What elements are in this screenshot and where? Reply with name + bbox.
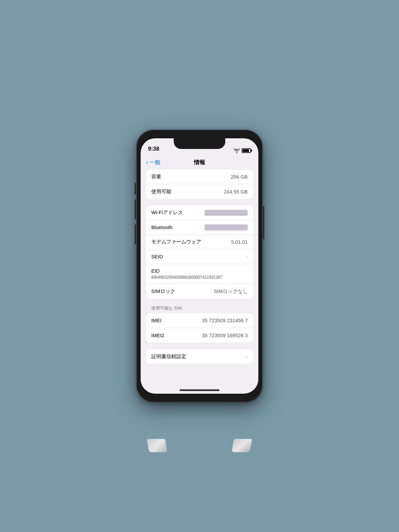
sim-lock-value: SIMロックなし <box>214 288 248 295</box>
available-label: 使用可能 <box>151 189 171 195</box>
stand-right <box>231 439 252 452</box>
nav-bar: ‹ 一般 情報 <box>141 155 258 170</box>
imei-label: IMEI <box>151 318 162 323</box>
sim-section: IMEI 35 723509 231456 7 IMEI2 35 723509 … <box>146 313 253 342</box>
back-chevron-icon: ‹ <box>146 159 148 165</box>
capacity-label: 容量 <box>151 174 161 180</box>
back-button[interactable]: ‹ 一般 <box>146 159 161 166</box>
imei2-label: IMEI2 <box>151 332 164 338</box>
eid-label: EID <box>151 268 248 274</box>
seid-row[interactable]: SEID › <box>146 249 253 264</box>
back-label: 一般 <box>149 159 161 166</box>
content-area[interactable]: 容量 256 GB 使用可能 244.55 GB Wi-Fiアドレス <box>141 170 258 382</box>
silent-switch <box>135 183 136 195</box>
scene: 9:38 ‹ 一般 <box>130 83 269 449</box>
sim-section-header: 使用可能な SIM <box>151 305 248 311</box>
table-row: 使用可能 244.55 GB <box>146 184 253 199</box>
available-value: 244.55 GB <box>224 189 248 195</box>
screen: 9:38 ‹ 一般 <box>141 138 258 394</box>
table-row: Bluetooth <box>146 220 253 235</box>
imei-value: 35 723509 231456 7 <box>202 318 248 323</box>
wifi-address-value <box>204 210 248 216</box>
capacity-value: 256 GB <box>231 174 248 180</box>
sim-lock-row: SIMロック SIMロックなし <box>146 284 253 299</box>
volume-down-button <box>135 224 136 244</box>
page-title: 情報 <box>194 159 205 166</box>
wifi-icon <box>234 149 240 153</box>
wifi-address-label: Wi-Fiアドレス <box>151 209 183 216</box>
table-row: Wi-Fiアドレス <box>146 205 253 220</box>
table-row: モデムファームウェア 5.01.01 <box>146 235 253 249</box>
volume-up-button <box>135 200 136 219</box>
status-icons <box>234 148 251 153</box>
seid-label: SEID <box>151 254 163 259</box>
eid-row: EID 89049032004008882600007411931387 <box>146 264 253 284</box>
power-button <box>263 206 264 239</box>
imei-row: IMEI 35 723509 231456 7 <box>146 313 253 328</box>
table-row: 容量 256 GB <box>146 170 253 184</box>
seid-chevron-icon: › <box>246 254 248 260</box>
cert-section: 証明書信頼設定 › <box>146 349 253 364</box>
imei2-value: 35 723509 169526 3 <box>202 332 248 338</box>
storage-section: 容量 256 GB 使用可能 244.55 GB <box>146 170 253 199</box>
stand-left <box>147 439 167 452</box>
network-section: Wi-Fiアドレス Bluetooth モデムファームウェア 5.01.01 S… <box>146 205 253 299</box>
home-indicator <box>180 389 219 391</box>
bluetooth-label: Bluetooth <box>151 224 172 230</box>
bluetooth-value <box>204 224 248 230</box>
imei2-row: IMEI2 35 723509 169526 3 <box>146 328 253 342</box>
modem-fw-label: モデムファームウェア <box>151 239 201 245</box>
eid-value: 89049032004008882600007411931387 <box>151 275 248 280</box>
status-time: 9:38 <box>148 146 159 153</box>
sim-lock-label: SIMロック <box>151 288 175 295</box>
cert-label: 証明書信頼設定 <box>151 353 186 360</box>
notch <box>174 138 225 149</box>
phone-body: 9:38 ‹ 一般 <box>136 130 263 402</box>
battery-fill <box>243 149 249 152</box>
modem-fw-value: 5.01.01 <box>231 239 248 245</box>
battery-icon <box>242 148 251 153</box>
cert-chevron-icon: › <box>246 353 248 359</box>
cert-row[interactable]: 証明書信頼設定 › <box>146 349 253 364</box>
